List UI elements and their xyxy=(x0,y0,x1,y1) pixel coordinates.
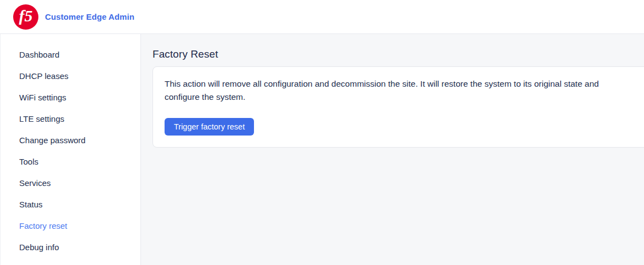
page-title: Factory Reset xyxy=(152,48,644,60)
sidebar-nav: DashboardDHCP leasesWiFi settingsLTE set… xyxy=(0,34,141,265)
sidebar-item-lte-settings[interactable]: LTE settings xyxy=(1,108,140,129)
factory-reset-card: This action will remove all configuratio… xyxy=(152,66,644,148)
app-header: f5 Customer Edge Admin xyxy=(0,0,644,34)
description-line-1: This action will remove all configuratio… xyxy=(165,77,644,91)
f5-logo-icon: f5 xyxy=(13,4,38,30)
page-layout: DashboardDHCP leasesWiFi settingsLTE set… xyxy=(0,34,644,265)
description-line-2: configure the system. xyxy=(165,91,644,104)
trigger-factory-reset-button[interactable]: Trigger factory reset xyxy=(165,118,254,136)
sidebar-item-change-password[interactable]: Change password xyxy=(1,129,140,151)
sidebar-item-dhcp-leases[interactable]: DHCP leases xyxy=(1,65,140,87)
sidebar-item-services[interactable]: Services xyxy=(1,172,140,194)
sidebar-item-dashboard[interactable]: Dashboard xyxy=(1,44,140,65)
sidebar-item-debug-info[interactable]: Debug info xyxy=(1,236,140,258)
main-content: Factory Reset This action will remove al… xyxy=(141,34,644,265)
sidebar-item-tools[interactable]: Tools xyxy=(1,151,140,172)
sidebar-item-status[interactable]: Status xyxy=(1,194,140,215)
sidebar-item-wifi-settings[interactable]: WiFi settings xyxy=(1,87,140,108)
app-title: Customer Edge Admin xyxy=(45,12,134,21)
sidebar-item-factory-reset[interactable]: Factory reset xyxy=(1,215,140,236)
